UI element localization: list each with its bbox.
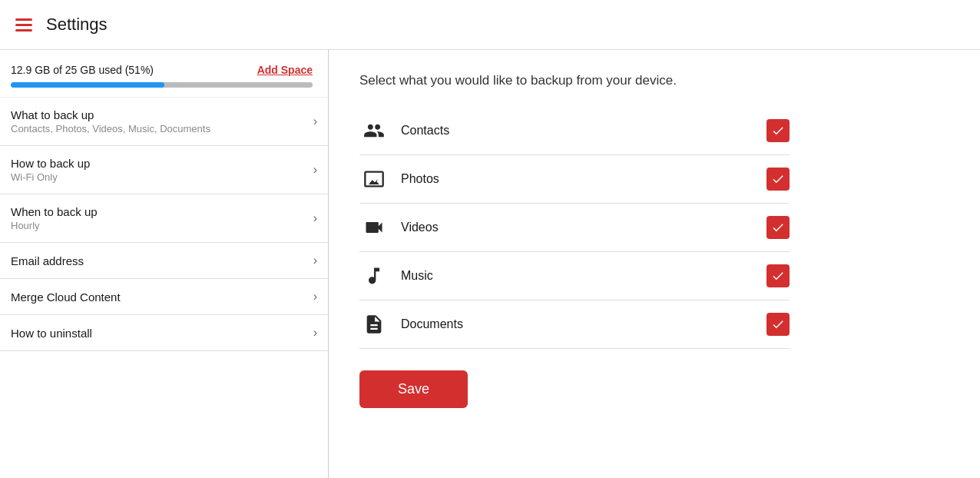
menu-list: What to back up Contacts, Photos, Videos… <box>0 98 328 351</box>
menu-item-title: When to back up <box>11 205 98 218</box>
backup-label-music: Music <box>401 269 766 283</box>
save-button[interactable]: Save <box>359 370 468 408</box>
backup-item-documents: Documents <box>359 300 790 349</box>
menu-item-merge-cloud-content[interactable]: Merge Cloud Content › <box>0 279 328 315</box>
add-space-link[interactable]: Add Space <box>257 64 313 76</box>
chevron-right-icon: › <box>313 254 317 267</box>
chevron-right-icon: › <box>313 326 317 340</box>
backup-item-videos: Videos <box>359 204 790 252</box>
backup-checkbox-videos[interactable] <box>766 216 790 239</box>
menu-item-title: Merge Cloud Content <box>11 290 121 304</box>
right-panel-title: Select what you would like to backup fro… <box>359 73 949 88</box>
backup-checkbox-contacts[interactable] <box>766 119 790 142</box>
menu-item-title: How to uninstall <box>11 327 92 340</box>
backup-checkbox-photos[interactable] <box>766 168 790 191</box>
backup-list: Contacts Photos <box>359 107 790 349</box>
menu-item-subtitle: Contacts, Photos, Videos, Music, Documen… <box>11 123 210 134</box>
storage-text: 12.9 GB of 25 GB used (51%) <box>11 64 154 76</box>
menu-item-email-address[interactable]: Email address › <box>0 243 328 279</box>
left-panel: 12.9 GB of 25 GB used (51%) Add Space Wh… <box>0 50 329 478</box>
backup-item-music: Music <box>359 252 790 300</box>
menu-item-subtitle: Wi-Fi Only <box>11 171 90 183</box>
menu-item-how-to-back-up[interactable]: How to back up Wi-Fi Only › <box>0 146 328 194</box>
menu-item-when-to-back-up[interactable]: When to back up Hourly › <box>0 194 328 243</box>
menu-icon[interactable] <box>15 18 32 32</box>
chevron-right-icon: › <box>313 211 317 225</box>
storage-progress-bar-fill <box>11 82 164 88</box>
backup-label-documents: Documents <box>401 317 766 331</box>
storage-section: 12.9 GB of 25 GB used (51%) Add Space <box>0 50 328 98</box>
menu-item-what-to-back-up[interactable]: What to back up Contacts, Photos, Videos… <box>0 98 328 146</box>
backup-label-contacts: Contacts <box>401 124 766 138</box>
menu-item-title: What to back up <box>11 108 210 121</box>
header: Settings <box>0 0 980 50</box>
chevron-right-icon: › <box>313 290 317 304</box>
music-icon <box>359 261 389 290</box>
documents-icon <box>359 310 389 339</box>
menu-item-how-to-uninstall[interactable]: How to uninstall › <box>0 315 328 351</box>
backup-item-photos: Photos <box>359 155 790 204</box>
menu-item-subtitle: Hourly <box>11 220 98 231</box>
backup-label-videos: Videos <box>401 221 766 234</box>
backup-checkbox-music[interactable] <box>766 264 790 287</box>
menu-item-title: Email address <box>11 254 84 267</box>
chevron-right-icon: › <box>313 163 317 177</box>
chevron-right-icon: › <box>313 115 317 128</box>
main-layout: 12.9 GB of 25 GB used (51%) Add Space Wh… <box>0 50 980 478</box>
backup-checkbox-documents[interactable] <box>766 313 790 336</box>
backup-item-contacts: Contacts <box>359 107 790 155</box>
page-title: Settings <box>46 15 108 35</box>
storage-info: 12.9 GB of 25 GB used (51%) Add Space <box>11 64 313 76</box>
videos-icon <box>359 213 389 242</box>
photos-icon <box>359 164 389 194</box>
backup-label-photos: Photos <box>401 172 766 186</box>
menu-item-title: How to back up <box>11 157 90 170</box>
right-panel: Select what you would like to backup fro… <box>329 50 980 478</box>
contacts-icon <box>359 116 389 145</box>
storage-progress-bar-bg <box>11 82 313 88</box>
